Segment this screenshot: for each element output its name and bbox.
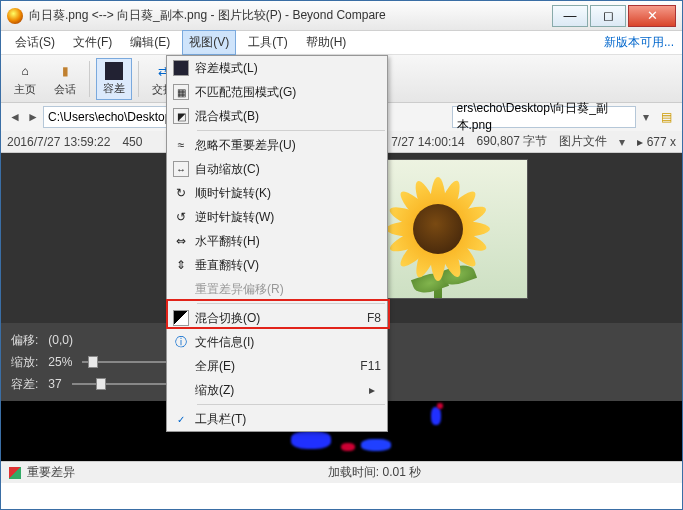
check-icon: ✓	[173, 411, 189, 427]
menu-rotate-ccw[interactable]: ↺逆时针旋转(W)	[167, 205, 387, 229]
status-left: 重要差异	[27, 464, 75, 481]
menu-edit[interactable]: 编辑(E)	[124, 31, 176, 54]
menubar: 会话(S) 文件(F) 编辑(E) 视图(V) 工具(T) 帮助(H) 新版本可…	[1, 31, 682, 55]
right-type: 图片文件	[559, 133, 607, 150]
status-center: 加载时间: 0.01 秒	[75, 464, 674, 481]
history-back-icon[interactable]: ◄	[7, 109, 23, 125]
window-title: 向日葵.png <--> 向日葵_副本.png - 图片比较(P) - Beyo…	[29, 7, 550, 24]
window-buttons: — ◻ ✕	[550, 5, 676, 27]
minimize-button[interactable]: —	[552, 5, 588, 27]
flip-h-icon: ⇔	[167, 234, 195, 248]
rotate-cw-icon: ↻	[167, 186, 195, 200]
menu-rotate-cw[interactable]: ↻顺时针旋转(K)	[167, 181, 387, 205]
titlebar: 向日葵.png <--> 向日葵_副本.png - 图片比较(P) - Beyo…	[1, 1, 682, 31]
menu-tools[interactable]: 工具(T)	[242, 31, 293, 54]
tolerance-button[interactable]: 容差	[96, 58, 132, 100]
menu-file-info[interactable]: ⓘ文件信息(I)	[167, 330, 387, 354]
right-date: 7/27 14:00:14	[391, 135, 464, 149]
menu-ignore-unimportant[interactable]: ≈忽略不重要差异(U)	[167, 133, 387, 157]
type-dropdown-icon[interactable]: ▾	[619, 135, 625, 149]
tolerance-label: 容差:	[11, 376, 38, 393]
approx-icon: ≈	[167, 138, 195, 152]
path-dropdown-icon[interactable]: ▾	[638, 110, 654, 124]
blend-icon: ◩	[173, 108, 189, 124]
maximize-button[interactable]: ◻	[590, 5, 626, 27]
update-link[interactable]: 新版本可用...	[604, 34, 674, 51]
zoom-value: 25%	[48, 355, 72, 369]
autozoom-icon: ↔	[173, 161, 189, 177]
menu-reset-offset: 重置差异偏移(R)	[167, 277, 387, 301]
right-pane[interactable]	[342, 153, 683, 323]
status-bar: 重要差异 加载时间: 0.01 秒	[1, 461, 682, 483]
rotate-ccw-icon: ↺	[167, 210, 195, 224]
menu-blend-toggle[interactable]: 混合切换(O)F8	[167, 306, 387, 330]
tolerance-value: 37	[48, 377, 61, 391]
menu-tolerance-mode[interactable]: 容差模式(L)	[167, 56, 387, 80]
diff-indicator-icon	[9, 467, 21, 479]
tolerance-icon	[105, 62, 123, 80]
session-button[interactable]: ▮会话	[47, 58, 83, 100]
mismatch-icon: ▦	[173, 84, 189, 100]
briefcase-icon: ▮	[55, 61, 75, 81]
menu-session[interactable]: 会话(S)	[9, 31, 61, 54]
app-icon	[7, 8, 23, 24]
left-size: 450	[122, 135, 142, 149]
menu-file[interactable]: 文件(F)	[67, 31, 118, 54]
browse-icon[interactable]: ▤	[656, 107, 676, 127]
zoom-label: 缩放:	[11, 354, 38, 371]
menu-fullscreen[interactable]: 全屏(E)F11	[167, 354, 387, 378]
dimensions: ▸ 677 x	[637, 135, 676, 149]
offset-value: (0,0)	[48, 333, 73, 347]
view-menu-dropdown: 容差模式(L) ▦不匹配范围模式(G) ◩混合模式(B) ≈忽略不重要差异(U)…	[166, 55, 388, 432]
menu-flip-h[interactable]: ⇔水平翻转(H)	[167, 229, 387, 253]
menu-zoom[interactable]: 缩放(Z)▸	[167, 378, 387, 402]
info-icon: ⓘ	[167, 334, 195, 351]
path-input-right[interactable]: ers\echo\Desktop\向日葵_副本.png	[452, 106, 637, 128]
left-date: 2016/7/27 13:59:22	[7, 135, 110, 149]
tolerance-mode-icon	[173, 60, 189, 76]
menu-flip-v[interactable]: ⇕垂直翻转(V)	[167, 253, 387, 277]
history-fwd-icon[interactable]: ►	[25, 109, 41, 125]
submenu-arrow-icon: ▸	[369, 383, 381, 397]
menu-help[interactable]: 帮助(H)	[300, 31, 353, 54]
menu-auto-zoom[interactable]: ↔自动缩放(C)	[167, 157, 387, 181]
menu-mismatch-mode[interactable]: ▦不匹配范围模式(G)	[167, 80, 387, 104]
menu-view[interactable]: 视图(V)	[182, 30, 236, 55]
menu-blend-mode[interactable]: ◩混合模式(B)	[167, 104, 387, 128]
right-size: 690,807 字节	[477, 133, 548, 150]
separator	[138, 61, 139, 97]
blend-toggle-icon	[173, 310, 189, 326]
flip-v-icon: ⇕	[167, 258, 195, 272]
offset-label: 偏移:	[11, 332, 38, 349]
home-icon: ⌂	[15, 61, 35, 81]
menu-toolbar[interactable]: ✓工具栏(T)	[167, 407, 387, 431]
close-button[interactable]: ✕	[628, 5, 676, 27]
home-button[interactable]: ⌂主页	[7, 58, 43, 100]
separator	[89, 61, 90, 97]
